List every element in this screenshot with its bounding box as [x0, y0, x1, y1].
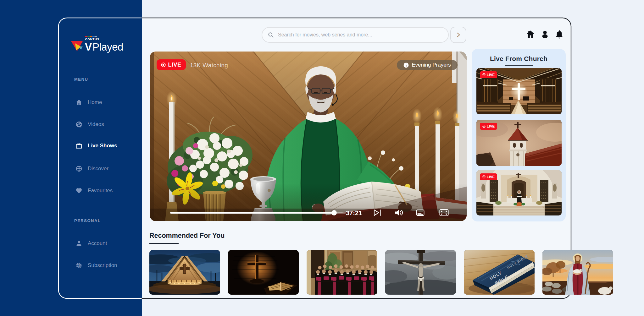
- svg-text:$: $: [78, 264, 80, 267]
- svg-text:CONTUS: CONTUS: [85, 37, 99, 41]
- svg-text:V: V: [85, 41, 92, 53]
- svg-text:Played: Played: [92, 41, 123, 53]
